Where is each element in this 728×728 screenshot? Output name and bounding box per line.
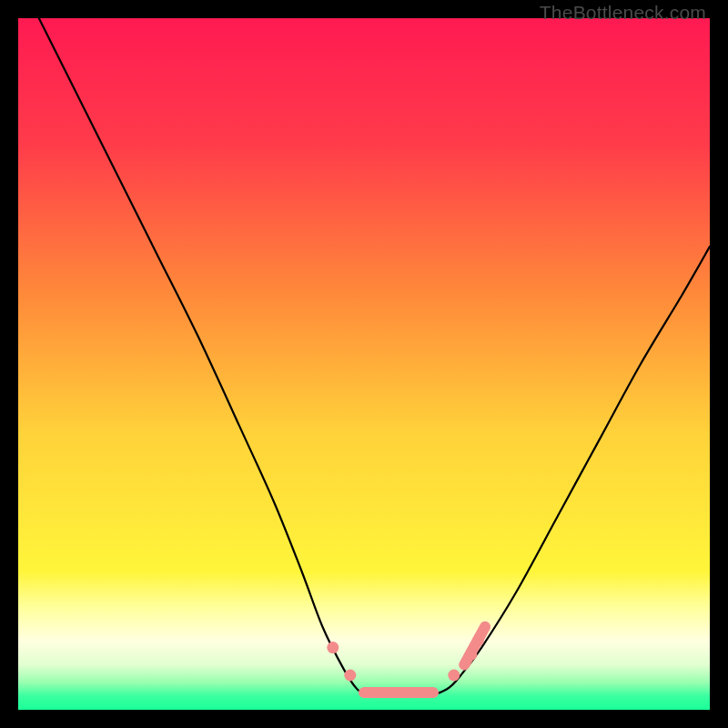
marker-dot [327, 642, 339, 653]
marker-dot [448, 670, 460, 682]
marker-layer [327, 627, 485, 693]
marker-dot [344, 670, 356, 682]
marker-dot [465, 649, 477, 661]
chart-frame: TheBottleneck.com [0, 0, 728, 728]
curve-layer [18, 18, 710, 710]
marker-dot [472, 635, 484, 647]
plot-area [18, 18, 710, 710]
watermark-text: TheBottleneck.com [540, 2, 706, 24]
bottleneck-curve [39, 18, 710, 696]
